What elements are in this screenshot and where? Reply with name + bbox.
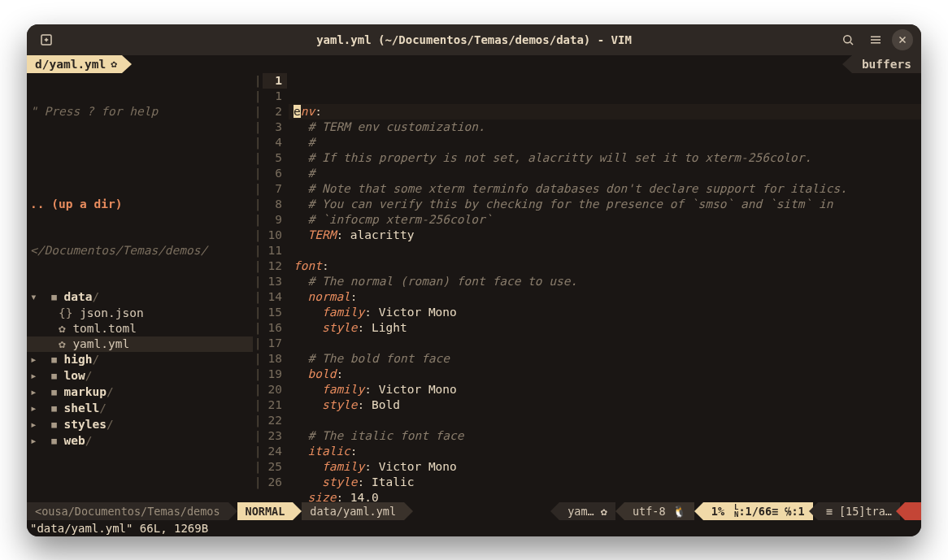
tree-file-toml.toml[interactable]: ✿ toml.toml xyxy=(27,321,253,336)
buffers-label: buffers xyxy=(862,58,911,71)
svg-point-1 xyxy=(844,35,851,42)
tree-path: </Documentos/Temas/demos/ xyxy=(27,243,253,258)
code-line: family: Victor Mono xyxy=(289,305,921,320)
code-line xyxy=(289,336,921,351)
status-cwd: <ousa/Documentos/Temas/demos xyxy=(27,502,228,520)
code-line: style: Italic xyxy=(289,475,921,490)
new-tab-button[interactable] xyxy=(35,28,58,51)
code-line: # `infocmp xterm-256color` xyxy=(289,212,921,228)
close-button[interactable] xyxy=(892,29,913,50)
code-line: # You can verify this by checking for th… xyxy=(289,197,921,212)
status-percent: 1% xyxy=(703,502,733,520)
code-line: # xyxy=(289,135,921,150)
code-line: style: Light xyxy=(289,320,921,336)
tree-dir-markup[interactable]: ▸ ■ markup/ xyxy=(27,384,253,401)
code-line: italic: xyxy=(289,444,921,459)
tree-dir-styles[interactable]: ▸ ■ styles/ xyxy=(27,417,253,433)
code-line: # The italic font face xyxy=(289,428,921,444)
statusline: <ousa/Documentos/Temas/demos NORMAL data… xyxy=(27,502,921,520)
tabline: d/yaml.yml ✿ buffers xyxy=(27,55,921,73)
gear-icon: ✿ xyxy=(601,505,607,518)
code-line xyxy=(289,243,921,258)
code-line: size: 14.0 xyxy=(289,490,921,502)
terminal-window: yaml.yml (~/Documentos/Temas/demos/data)… xyxy=(27,24,921,536)
close-icon xyxy=(897,34,908,46)
status-position: LN:1/66≡ ℅:1 xyxy=(733,502,813,520)
tree-file-yaml.yml[interactable]: ✿ yaml.yml xyxy=(27,336,253,352)
status-mode: NORMAL xyxy=(237,502,294,520)
window-title: yaml.yml (~/Documentos/Temas/demos/data)… xyxy=(27,33,921,46)
tabline-buffers[interactable]: buffers xyxy=(852,55,921,73)
status-trailing: ≡ [15]tra… xyxy=(818,502,900,520)
titlebar: yaml.yml (~/Documentos/Temas/demos/data)… xyxy=(27,24,921,55)
code-line: env: xyxy=(289,104,921,119)
tab-active[interactable]: d/yaml.yml ✿ xyxy=(27,55,122,73)
code-line: normal: xyxy=(289,289,921,305)
code-line: # The bold font face xyxy=(289,351,921,367)
code-line: # If this property is not set, alacritty… xyxy=(289,150,921,166)
tree-up-dir[interactable]: .. (up a dir) xyxy=(27,197,253,212)
code-line: # Note that some xterm terminfo database… xyxy=(289,181,921,197)
code-line: # xyxy=(289,166,921,181)
editor[interactable]: env: # TERM env customization. # # If th… xyxy=(289,73,921,502)
gear-icon: ✿ xyxy=(111,58,117,70)
code-line: # The normal (roman) font face to use. xyxy=(289,274,921,289)
status-encoding: utf-8 🐧 xyxy=(624,502,694,520)
tree-help-hint: " Press ? for help xyxy=(27,104,253,119)
code-line: family: Victor Mono xyxy=(289,382,921,397)
status-file: data/yaml.yml xyxy=(302,502,404,520)
code-line: # TERM env customization. xyxy=(289,119,921,135)
tree-file-json.json[interactable]: {} json.json xyxy=(27,306,253,321)
tree-dir-data[interactable]: ▾ ■ data/ xyxy=(27,289,253,306)
tree-dir-high[interactable]: ▸ ■ high/ xyxy=(27,352,253,368)
code-line: style: Bold xyxy=(289,397,921,413)
plus-box-icon xyxy=(39,33,54,47)
tab-label: d/yaml.yml xyxy=(35,58,106,71)
code-line: bold: xyxy=(289,367,921,382)
tree-dir-web[interactable]: ▸ ■ web/ xyxy=(27,433,253,449)
linux-icon: 🐧 xyxy=(672,505,686,518)
tree-dir-shell[interactable]: ▸ ■ shell/ xyxy=(27,401,253,417)
code-line: family: Victor Mono xyxy=(289,459,921,475)
search-icon xyxy=(841,33,855,47)
menu-button[interactable] xyxy=(864,28,887,51)
code-line: font: xyxy=(289,258,921,274)
tree-dir-low[interactable]: ▸ ■ low/ xyxy=(27,368,253,384)
code-line xyxy=(289,413,921,428)
command-line: "data/yaml.yml" 66L, 1269B xyxy=(27,520,921,536)
file-tree[interactable]: " Press ? for help .. (up a dir) </Docum… xyxy=(27,73,253,502)
search-button[interactable] xyxy=(837,28,859,51)
main-area: " Press ? for help .. (up a dir) </Docum… xyxy=(27,73,921,502)
code-line: TERM: alacritty xyxy=(289,228,921,243)
status-filetype: yam… ✿ xyxy=(559,502,615,520)
status-warning-indicator xyxy=(905,502,921,520)
hamburger-icon xyxy=(868,33,883,47)
gutter: |1|1|2|3|4|5|6|7|8|9|10|11|12|13|14|15|1… xyxy=(253,73,289,502)
